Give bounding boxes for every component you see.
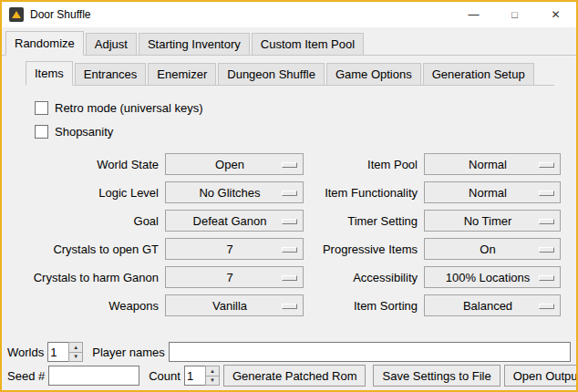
dropdown-indicator-icon xyxy=(539,304,554,309)
worlds-input[interactable] xyxy=(47,342,68,362)
retro-mode-checkbox-row[interactable]: Retro mode (universal keys) xyxy=(35,98,554,117)
count-spinbox[interactable]: ▲ ▼ xyxy=(184,366,220,386)
player-names-input[interactable] xyxy=(169,342,571,362)
weapons-dropdown[interactable]: Vanilla xyxy=(165,294,304,316)
spin-up-icon[interactable]: ▲ xyxy=(68,342,83,352)
logic-level-label: Logic Level xyxy=(33,186,159,200)
worlds-spinbox[interactable]: ▲ ▼ xyxy=(47,342,83,362)
retro-mode-label: Retro mode (universal keys) xyxy=(55,101,203,115)
seed-row: Seed # Count ▲ ▼ Generate Patched Rom Sa… xyxy=(2,363,576,390)
worlds-row: Worlds ▲ ▼ Player names xyxy=(2,340,576,363)
progressive-items-label: Progressive Items xyxy=(310,242,418,256)
shopsanity-label: Shopsanity xyxy=(55,125,113,139)
spin-up-icon[interactable]: ▲ xyxy=(205,366,220,376)
logic-level-dropdown[interactable]: No Glitches xyxy=(165,181,304,203)
sub-tab-bar: Items Entrances Enemizer Dungeon Shuffle… xyxy=(26,57,554,86)
goal-dropdown[interactable]: Defeat Ganon xyxy=(165,210,304,232)
goal-label: Goal xyxy=(33,214,159,228)
seed-label: Seed # xyxy=(7,369,45,383)
weapons-label: Weapons xyxy=(33,299,159,313)
crystals-open-gt-value: 7 xyxy=(226,242,232,256)
maximize-button[interactable]: □ xyxy=(494,2,535,27)
tab-entrances[interactable]: Entrances xyxy=(75,63,147,85)
app-icon xyxy=(9,7,24,22)
app-window: Door Shuffle — □ ✕ Randomize Adjust Star… xyxy=(0,0,578,392)
crystals-open-gt-dropdown[interactable]: 7 xyxy=(165,238,304,260)
tab-dungeon-shuffle[interactable]: Dungeon Shuffle xyxy=(218,63,325,85)
world-state-dropdown[interactable]: Open xyxy=(165,153,304,175)
item-functionality-dropdown[interactable]: Normal xyxy=(424,181,561,203)
item-pool-label: Item Pool xyxy=(310,158,418,171)
dropdown-indicator-icon xyxy=(539,191,554,196)
tab-items[interactable]: Items xyxy=(26,61,73,86)
item-sorting-value: Balanced xyxy=(463,299,512,313)
spin-down-icon[interactable]: ▼ xyxy=(205,376,220,387)
item-pool-value: Normal xyxy=(469,158,507,171)
generate-patched-rom-button[interactable]: Generate Patched Rom xyxy=(223,365,366,387)
timer-setting-value: No Timer xyxy=(464,214,512,228)
main-tab-bar: Randomize Adjust Starting Inventory Cust… xyxy=(2,27,576,56)
shopsanity-checkbox-row[interactable]: Shopsanity xyxy=(35,122,554,140)
player-names-label: Player names xyxy=(92,346,164,359)
tab-generation-setup[interactable]: Generation Setup xyxy=(423,63,534,85)
item-sorting-dropdown[interactable]: Balanced xyxy=(424,294,561,316)
item-sorting-label: Item Sorting xyxy=(310,299,418,313)
goal-value: Defeat Ganon xyxy=(193,214,267,228)
item-pool-dropdown[interactable]: Normal xyxy=(424,153,561,175)
dropdown-indicator-icon xyxy=(539,275,554,281)
title-bar[interactable]: Door Shuffle — □ ✕ xyxy=(2,2,576,27)
save-settings-button[interactable]: Save Settings to File xyxy=(373,365,500,387)
count-input[interactable] xyxy=(184,366,205,386)
progressive-items-dropdown[interactable]: On xyxy=(424,238,561,260)
crystals-harm-ganon-value: 7 xyxy=(226,271,232,284)
spacer xyxy=(2,316,576,340)
world-state-value: Open xyxy=(215,158,244,171)
crystals-harm-ganon-dropdown[interactable]: 7 xyxy=(165,266,304,288)
dropdown-indicator-icon xyxy=(282,191,297,196)
timer-setting-dropdown[interactable]: No Timer xyxy=(424,210,561,232)
dropdown-indicator-icon xyxy=(282,275,297,281)
dropdown-indicator-icon xyxy=(282,219,297,224)
close-button[interactable]: ✕ xyxy=(535,2,576,27)
window-title: Door Shuffle xyxy=(30,8,91,21)
open-output-directory-button[interactable]: Open Output Directory xyxy=(504,365,578,387)
tab-randomize[interactable]: Randomize xyxy=(5,31,84,56)
crystals-open-gt-label: Crystals to open GT xyxy=(33,242,159,256)
tab-game-options[interactable]: Game Options xyxy=(326,63,421,85)
retro-mode-checkbox[interactable] xyxy=(35,101,48,115)
shopsanity-checkbox[interactable] xyxy=(35,125,48,139)
tab-enemizer[interactable]: Enemizer xyxy=(148,63,216,85)
weapons-value: Vanilla xyxy=(212,299,247,313)
world-state-label: World State xyxy=(33,158,159,171)
dropdown-indicator-icon xyxy=(282,304,297,309)
tab-starting-inventory[interactable]: Starting Inventory xyxy=(139,33,250,55)
accessibility-dropdown[interactable]: 100% Locations xyxy=(424,266,561,288)
tab-custom-item-pool[interactable]: Custom Item Pool xyxy=(252,33,364,55)
crystals-harm-ganon-label: Crystals to harm Ganon xyxy=(33,271,159,284)
timer-setting-label: Timer Setting xyxy=(310,214,418,228)
items-pane: Retro mode (universal keys) Shopsanity W… xyxy=(26,86,554,316)
dropdown-indicator-icon xyxy=(282,247,297,253)
dropdown-indicator-icon xyxy=(282,162,297,168)
tab-adjust[interactable]: Adjust xyxy=(86,33,137,55)
logic-level-value: No Glitches xyxy=(199,186,260,200)
item-functionality-label: Item Functionality xyxy=(310,186,418,200)
settings-grid: World State Open Item Pool Normal Logic … xyxy=(33,153,554,316)
worlds-label: Worlds xyxy=(7,346,44,359)
minimize-button[interactable]: — xyxy=(453,2,494,27)
accessibility-label: Accessibility xyxy=(310,271,418,284)
dropdown-indicator-icon xyxy=(539,219,554,224)
seed-input[interactable] xyxy=(48,366,139,386)
dropdown-indicator-icon xyxy=(539,247,554,253)
count-label: Count xyxy=(149,369,181,383)
dropdown-indicator-icon xyxy=(539,162,554,168)
accessibility-value: 100% Locations xyxy=(446,271,531,284)
progressive-items-value: On xyxy=(480,242,495,256)
spin-down-icon[interactable]: ▼ xyxy=(68,352,83,363)
item-functionality-value: Normal xyxy=(469,186,507,200)
